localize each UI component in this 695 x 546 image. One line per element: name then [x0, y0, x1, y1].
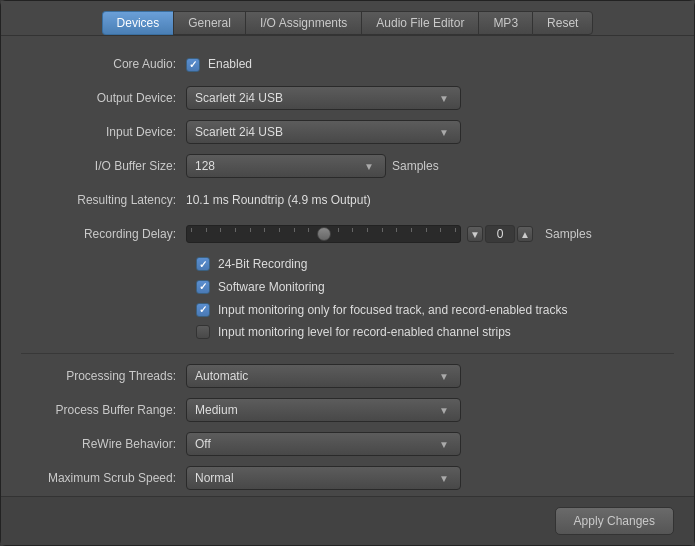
buffer-range-select[interactable]: Medium ▼	[186, 398, 461, 422]
stepper-up-button[interactable]: ▲	[517, 226, 533, 242]
latency-row: Resulting Latency: 10.1 ms Roundtrip (4.…	[21, 188, 674, 212]
output-device-control: Scarlett 2i4 USB ▼	[186, 86, 674, 110]
input-device-control: Scarlett 2i4 USB ▼	[186, 120, 674, 144]
checkbox-24bit-label: 24-Bit Recording	[218, 256, 307, 273]
tab-mp3[interactable]: MP3	[478, 11, 532, 35]
core-audio-row: Core Audio: ✓ Enabled	[21, 52, 674, 76]
max-scrub-label: Maximum Scrub Speed:	[21, 471, 186, 485]
output-device-select[interactable]: Scarlett 2i4 USB ▼	[186, 86, 461, 110]
max-scrub-arrow-icon: ▼	[436, 470, 452, 486]
footer: Apply Changes	[1, 496, 694, 545]
io-buffer-label: I/O Buffer Size:	[21, 159, 186, 173]
recording-delay-control: ▼ 0 ▲ Samples	[186, 225, 674, 243]
checkbox-input-monitoring-level-label: Input monitoring level for record-enable…	[218, 324, 511, 341]
core-audio-control: ✓ Enabled	[186, 57, 674, 72]
latency-control: 10.1 ms Roundtrip (4.9 ms Output)	[186, 193, 674, 207]
input-device-value: Scarlett 2i4 USB	[195, 125, 436, 139]
checkbox-24bit-check-icon: ✓	[199, 259, 207, 270]
processing-threads-control: Automatic ▼	[186, 364, 674, 388]
tab-io-assignments[interactable]: I/O Assignments	[245, 11, 361, 35]
max-scrub-row: Maximum Scrub Speed: Normal ▼	[21, 466, 674, 490]
output-device-row: Output Device: Scarlett 2i4 USB ▼	[21, 86, 674, 110]
io-buffer-row: I/O Buffer Size: 128 ▼ Samples	[21, 154, 674, 178]
section-divider	[21, 353, 674, 354]
recording-delay-label: Recording Delay:	[21, 227, 186, 241]
latency-value: 10.1 ms Roundtrip (4.9 ms Output)	[186, 193, 371, 207]
output-device-label: Output Device:	[21, 91, 186, 105]
processing-threads-arrow-icon: ▼	[436, 368, 452, 384]
rewire-arrow-icon: ▼	[436, 436, 452, 452]
input-device-arrow-icon: ▼	[436, 124, 452, 140]
checkbox-24bit-row: ✓ 24-Bit Recording	[196, 256, 674, 273]
io-buffer-control: 128 ▼ Samples	[186, 154, 674, 178]
max-scrub-control: Normal ▼	[186, 466, 674, 490]
recording-delay-stepper: ▼ 0 ▲	[467, 225, 533, 243]
checkbox-input-monitoring-level[interactable]	[196, 325, 210, 339]
output-device-arrow-icon: ▼	[436, 90, 452, 106]
tab-devices[interactable]: Devices	[102, 11, 174, 35]
stepper-down-button[interactable]: ▼	[467, 226, 483, 242]
checkboxes-area: ✓ 24-Bit Recording ✓ Software Monitoring…	[196, 256, 674, 341]
buffer-range-value: Medium	[195, 403, 436, 417]
tab-audio-file-editor[interactable]: Audio File Editor	[361, 11, 478, 35]
checkbox-software-monitoring-label: Software Monitoring	[218, 279, 325, 296]
core-audio-checkbox[interactable]: ✓	[186, 58, 200, 72]
io-buffer-arrow-icon: ▼	[361, 158, 377, 174]
input-device-row: Input Device: Scarlett 2i4 USB ▼	[21, 120, 674, 144]
rewire-label: ReWire Behavior:	[21, 437, 186, 451]
latency-label: Resulting Latency:	[21, 193, 186, 207]
core-audio-check-icon: ✓	[189, 59, 197, 70]
checkbox-software-monitoring[interactable]: ✓	[196, 280, 210, 294]
input-device-select[interactable]: Scarlett 2i4 USB ▼	[186, 120, 461, 144]
processing-threads-select[interactable]: Automatic ▼	[186, 364, 461, 388]
core-audio-label: Core Audio:	[21, 57, 186, 71]
buffer-range-row: Process Buffer Range: Medium ▼	[21, 398, 674, 422]
rewire-control: Off ▼	[186, 432, 674, 456]
tab-reset[interactable]: Reset	[532, 11, 593, 35]
slider-thumb[interactable]	[317, 227, 331, 241]
buffer-range-control: Medium ▼	[186, 398, 674, 422]
tab-general[interactable]: General	[173, 11, 245, 35]
recording-delay-unit: Samples	[545, 227, 592, 241]
checkbox-input-monitoring-focused[interactable]: ✓	[196, 303, 210, 317]
rewire-select[interactable]: Off ▼	[186, 432, 461, 456]
checkbox-input-monitoring-level-row: Input monitoring level for record-enable…	[196, 324, 674, 341]
checkbox-software-monitoring-check-icon: ✓	[199, 281, 207, 292]
apply-changes-button[interactable]: Apply Changes	[555, 507, 674, 535]
input-device-label: Input Device:	[21, 125, 186, 139]
checkbox-24bit[interactable]: ✓	[196, 257, 210, 271]
processing-threads-row: Processing Threads: Automatic ▼	[21, 364, 674, 388]
content-area: Core Audio: ✓ Enabled Output Device: Sca…	[1, 36, 694, 496]
io-buffer-unit: Samples	[392, 159, 439, 173]
processing-threads-label: Processing Threads:	[21, 369, 186, 383]
checkbox-input-monitoring-focused-label: Input monitoring only for focused track,…	[218, 302, 568, 319]
checkbox-input-monitoring-focused-check-icon: ✓	[199, 304, 207, 315]
rewire-value: Off	[195, 437, 436, 451]
io-buffer-value: 128	[195, 159, 361, 173]
processing-threads-value: Automatic	[195, 369, 436, 383]
core-audio-value: Enabled	[208, 57, 252, 71]
recording-delay-row: Recording Delay: ▼ 0	[21, 222, 674, 246]
buffer-range-arrow-icon: ▼	[436, 402, 452, 418]
preferences-window: Devices General I/O Assignments Audio Fi…	[0, 0, 695, 546]
checkbox-software-monitoring-row: ✓ Software Monitoring	[196, 279, 674, 296]
rewire-row: ReWire Behavior: Off ▼	[21, 432, 674, 456]
io-buffer-select[interactable]: 128 ▼	[186, 154, 386, 178]
recording-delay-slider[interactable]	[186, 225, 461, 243]
max-scrub-value: Normal	[195, 471, 436, 485]
max-scrub-select[interactable]: Normal ▼	[186, 466, 461, 490]
output-device-value: Scarlett 2i4 USB	[195, 91, 436, 105]
buffer-range-label: Process Buffer Range:	[21, 403, 186, 417]
tab-bar: Devices General I/O Assignments Audio Fi…	[1, 1, 694, 36]
checkbox-input-monitoring-focused-row: ✓ Input monitoring only for focused trac…	[196, 302, 674, 319]
stepper-value[interactable]: 0	[485, 225, 515, 243]
